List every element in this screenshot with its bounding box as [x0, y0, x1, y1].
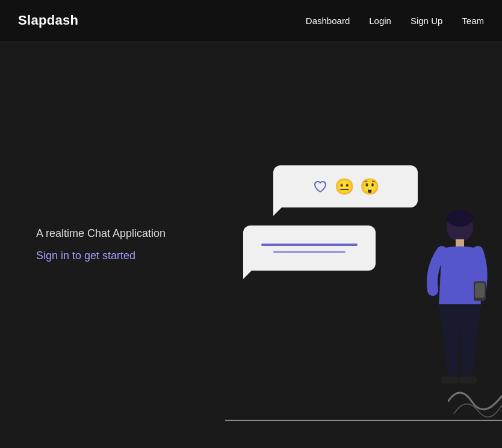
chat-bubble-bottom	[243, 226, 376, 271]
chat-bubbles: 😐 😲	[237, 147, 418, 316]
hero-text: A realtime Chat Application Sign in to g…	[36, 227, 166, 262]
bubble-line-2	[273, 251, 346, 253]
nav-link-signup[interactable]: Sign Up	[411, 16, 442, 26]
navbar: Slapdash Dashboard Login Sign Up Team	[0, 0, 502, 41]
svg-point-1	[447, 210, 473, 227]
wave-decoration	[448, 366, 502, 420]
svg-rect-4	[475, 283, 485, 298]
nav-link-team[interactable]: Team	[462, 16, 484, 26]
emoji-surprised: 😲	[360, 177, 379, 196]
ground-line	[225, 420, 502, 421]
nav-links: Dashboard Login Sign Up Team	[306, 16, 484, 26]
main-content: A realtime Chat Application Sign in to g…	[0, 41, 502, 448]
illustration: 😐 😲	[213, 117, 502, 448]
bubble-line-1	[261, 244, 358, 246]
heart-icon	[312, 178, 329, 195]
hero-tagline: A realtime Chat Application	[36, 227, 166, 240]
nav-link-dashboard[interactable]: Dashboard	[306, 16, 350, 26]
brand-logo[interactable]: Slapdash	[18, 13, 78, 28]
nav-link-login[interactable]: Login	[369, 16, 391, 26]
chat-bubble-top: 😐 😲	[273, 165, 418, 207]
hero-signin-prompt: Sign in to get started	[36, 250, 166, 262]
emoji-neutral: 😐	[335, 177, 354, 196]
